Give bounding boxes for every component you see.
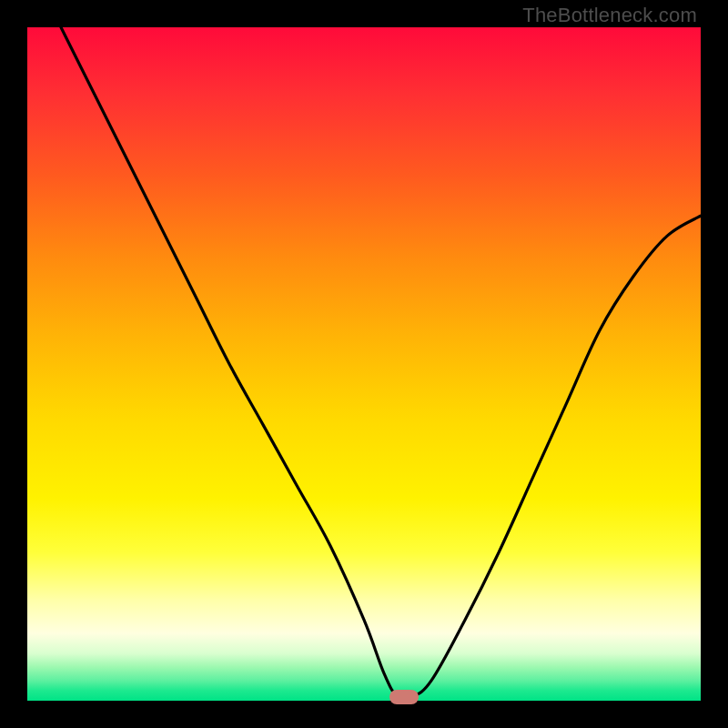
- chart-frame: TheBottleneck.com: [0, 0, 728, 728]
- watermark-text: TheBottleneck.com: [522, 4, 697, 27]
- optimum-marker: [389, 690, 419, 704]
- bottleneck-curve: [27, 27, 701, 701]
- curve-path: [61, 27, 701, 700]
- plot-area: [27, 27, 701, 701]
